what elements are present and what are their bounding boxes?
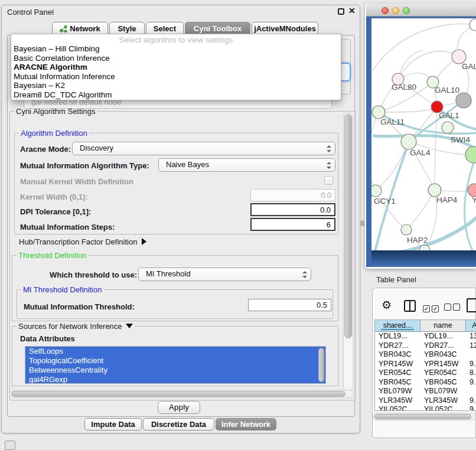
list-item[interactable]: TopologicalCoefficient	[25, 356, 325, 366]
node-hap4[interactable]	[428, 184, 441, 197]
settings-hscrollbar[interactable]	[9, 390, 354, 398]
settings-hscrollbar-thumb[interactable]	[11, 391, 345, 397]
dropdown-item[interactable]: Bayesian – Hill Climbing	[11, 44, 341, 54]
cell[interactable]: YBL079W	[420, 387, 466, 396]
sources-group-title[interactable]: Sources for Network Inference	[17, 322, 135, 331]
cell[interactable]: 9.	[466, 396, 475, 405]
cell[interactable]: YBR043C	[375, 350, 420, 359]
deselect-all-columns-icon[interactable]	[444, 302, 460, 313]
close-icon[interactable]: ✕	[348, 6, 356, 15]
dropdown-item[interactable]: Mutual Information Inference	[11, 72, 341, 81]
dropdown-item-aracne[interactable]: ARACNE Algorithm	[11, 63, 341, 72]
node-bright-green[interactable]	[465, 146, 476, 163]
network-canvas[interactable]: GAL GAL80 GAL10 GAL1 GAL11 SWI4 GAL4 GCY…	[371, 18, 476, 250]
dropdown-item[interactable]: Basic Correlation Inference	[11, 54, 341, 63]
node-salmon[interactable]	[468, 184, 476, 197]
manual-kernel-checkbox[interactable]	[324, 176, 333, 185]
table-row[interactable]: YER054CYER054C8.	[375, 369, 476, 378]
column-header-shared[interactable]: shared...	[375, 320, 420, 332]
aracne-mode-combo[interactable]: Discovery	[72, 142, 335, 155]
document-icon[interactable]	[467, 298, 476, 312]
tab-cyni-toolbox[interactable]: Cyni Toolbox	[185, 22, 250, 35]
gear-icon[interactable]: ⚙	[382, 298, 392, 311]
list-item[interactable]: gal4RGexp	[25, 375, 325, 384]
window-minimize-icon[interactable]	[392, 7, 399, 14]
cell[interactable]: YBL079W	[375, 387, 420, 396]
tab-impute-data[interactable]: Impute Data	[84, 418, 142, 431]
cell[interactable]: YPR145W	[420, 360, 466, 369]
cell[interactable]: 12	[466, 341, 476, 350]
data-attributes-list[interactable]: SelfLoops TopologicalCoefficient Between…	[25, 346, 326, 384]
cell[interactable]: YDR27...	[375, 341, 420, 350]
table-row[interactable]: YBR045CYBR045C9.	[375, 378, 476, 387]
cell[interactable]: 8.	[466, 369, 475, 377]
list-vscrollbar-thumb[interactable]	[318, 348, 324, 382]
mi-threshold-field[interactable]: 0.5	[248, 299, 331, 311]
node-gal4[interactable]	[401, 134, 416, 149]
split-columns-icon[interactable]	[404, 300, 416, 312]
window-close-icon[interactable]	[382, 7, 389, 14]
table-row[interactable]: YDL19...YDL19...13	[375, 332, 476, 341]
settings-vscrollbar[interactable]	[343, 112, 353, 391]
float-panel-icon[interactable]	[338, 8, 344, 15]
dropdown-item[interactable]: Dream8 DC_TDC Algorithm	[11, 90, 341, 100]
cell[interactable]: YPR145W	[375, 360, 420, 369]
node-gal11[interactable]	[372, 106, 385, 119]
dpi-tolerance-field[interactable]: 0.0	[250, 203, 335, 216]
table-hscrollbar-thumb[interactable]	[374, 414, 471, 419]
cell[interactable]: 13	[466, 332, 476, 341]
cell[interactable]: YER054C	[375, 369, 420, 377]
apply-button[interactable]: Apply	[158, 401, 200, 414]
window-zoom-icon[interactable]	[403, 7, 410, 14]
checked-box-icon: ✓	[432, 305, 439, 312]
cell[interactable]: YLR345W	[420, 396, 466, 405]
mi-type-combo[interactable]: Naive Bayes	[158, 158, 335, 172]
table-row[interactable]: YPR145WYPR145W9.	[375, 360, 476, 369]
cell[interactable]: YBR043C	[420, 350, 466, 359]
node-gcy1[interactable]	[371, 185, 382, 197]
cell[interactable]: YLR345W	[375, 396, 420, 405]
tab-discretize-data[interactable]: Discretize Data	[143, 418, 214, 431]
minimized-panel-button[interactable]	[5, 441, 15, 450]
cell[interactable]: YIL052C	[375, 405, 420, 411]
table-row[interactable]: YIL052CYIL052C9.	[375, 405, 476, 411]
cell[interactable]: 9.	[466, 360, 475, 369]
tab-select[interactable]: Select	[146, 22, 184, 35]
collapse-down-icon[interactable]	[126, 324, 133, 328]
hub-definition-toggle[interactable]: Hub/Transcription Factor Definition	[19, 237, 146, 246]
which-threshold-combo[interactable]: MI Threshold	[138, 268, 311, 281]
mi-steps-field[interactable]: 6	[250, 218, 335, 231]
node-hap2[interactable]	[401, 224, 412, 235]
cell[interactable]: YBR045C	[420, 378, 466, 387]
table-hscrollbar[interactable]	[373, 413, 476, 420]
list-item[interactable]: BetweennessCentrality	[25, 366, 325, 375]
table-row[interactable]: YBL079WYBL079W	[375, 387, 476, 396]
tab-infer-network[interactable]: Infer Network	[216, 418, 276, 431]
settings-vscrollbar-thumb[interactable]	[344, 114, 352, 338]
node-swi4[interactable]	[442, 122, 454, 133]
expand-right-icon[interactable]	[142, 238, 146, 245]
cell[interactable]: YDL19...	[420, 332, 466, 341]
cell[interactable]: YER054C	[420, 369, 466, 377]
column-header-partial[interactable]: A	[466, 320, 476, 332]
cell[interactable]: 9.	[466, 405, 475, 411]
table-row[interactable]: YDR27...YDR27...12	[375, 341, 476, 351]
node-unlabeled[interactable]	[470, 19, 476, 31]
dropdown-item[interactable]: Bayesian – K2	[11, 81, 341, 90]
split-pane-handle[interactable]	[360, 220, 364, 226]
node-gray[interactable]	[456, 93, 471, 108]
list-item[interactable]: SelfLoops	[25, 347, 325, 356]
tab-style[interactable]: Style	[109, 22, 145, 35]
cell[interactable]: YDR27...	[420, 341, 466, 350]
tab-jactivemnodules[interactable]: jActiveMNodules	[252, 22, 318, 35]
table-row[interactable]: YBR043CYBR043C	[375, 350, 476, 360]
cell[interactable]: YDL19...	[375, 332, 420, 341]
cell[interactable]: 9.	[466, 378, 475, 387]
tab-network[interactable]: Network	[52, 22, 108, 35]
kernel-width-field[interactable]: 0.0	[250, 189, 335, 201]
table-row[interactable]: YLR345WYLR345W9.	[375, 396, 476, 406]
select-all-columns-icon[interactable]: ✓✓	[423, 302, 439, 313]
cell[interactable]: YBR045C	[375, 378, 420, 387]
cell[interactable]: YIL052C	[420, 405, 466, 411]
column-header-name[interactable]: name	[420, 320, 466, 332]
